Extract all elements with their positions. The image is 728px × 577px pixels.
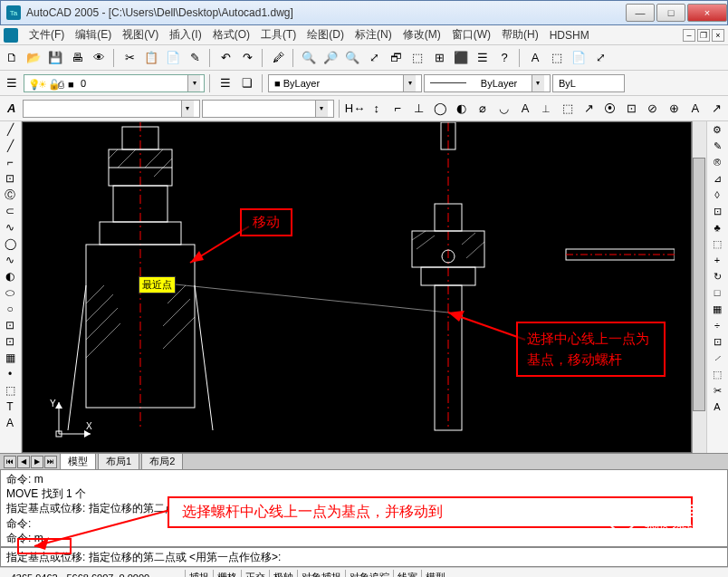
- scale-button[interactable]: ⬚: [707, 236, 727, 252]
- cut-button[interactable]: ✂: [120, 48, 139, 68]
- gradient-button[interactable]: •: [0, 366, 20, 382]
- zoom-window-button[interactable]: 🔎: [321, 48, 340, 68]
- dim-tedit-button[interactable]: ⊡: [622, 99, 641, 119]
- maximize-button[interactable]: □: [656, 4, 685, 22]
- layer-manager-button[interactable]: ☰: [2, 73, 22, 93]
- chevron-down-icon[interactable]: ▾: [532, 75, 544, 91]
- line-button[interactable]: ╱: [0, 121, 20, 138]
- offset-button[interactable]: ⊿: [707, 170, 727, 187]
- dim-quick-button[interactable]: ⌀: [473, 99, 492, 119]
- dim-style-button[interactable]: A: [685, 99, 704, 119]
- preview-button[interactable]: 👁: [89, 48, 109, 68]
- save-button[interactable]: 💾: [45, 48, 65, 68]
- zoom-realtime-button[interactable]: 🔍: [299, 48, 319, 68]
- status-polar[interactable]: 极轴: [269, 570, 297, 578]
- hatch-button[interactable]: ▦: [0, 350, 20, 366]
- viewport-button[interactable]: 🗗: [386, 48, 406, 68]
- move-button[interactable]: ⊡: [707, 203, 727, 219]
- tab-last-button[interactable]: ⏭: [44, 456, 57, 468]
- pan-button[interactable]: ⤢: [364, 48, 384, 68]
- dim-leader2-button[interactable]: ↗: [706, 99, 725, 119]
- dim-leader-button[interactable]: ⟂: [537, 99, 556, 119]
- erase-button[interactable]: ⚙: [707, 121, 727, 138]
- menu-dimension[interactable]: 标注(N): [350, 25, 398, 44]
- status-ortho[interactable]: 正交: [241, 570, 269, 578]
- textstyle-button[interactable]: A: [525, 48, 545, 68]
- status-otrack[interactable]: 对象追踪: [345, 570, 393, 578]
- chamfer-button[interactable]: ⊡: [707, 333, 727, 350]
- join-button[interactable]: ÷: [707, 317, 727, 333]
- chevron-down-icon[interactable]: ▾: [181, 101, 194, 117]
- revcloud-button[interactable]: ◯: [0, 236, 20, 252]
- region-button[interactable]: ⬚: [0, 382, 20, 399]
- menu-view[interactable]: 视图(V): [117, 25, 164, 44]
- dim-tolerance-button[interactable]: ⬚: [558, 99, 577, 119]
- open-button[interactable]: 📂: [24, 48, 43, 68]
- scrollbar-vertical[interactable]: [692, 121, 706, 453]
- menu-insert[interactable]: 插入(I): [164, 25, 206, 44]
- menu-edit[interactable]: 编辑(E): [70, 25, 117, 44]
- tab-layout1[interactable]: 布局1: [98, 453, 139, 470]
- extra2-button[interactable]: A: [707, 399, 727, 415]
- menu-help[interactable]: 帮助(H): [496, 25, 544, 44]
- ellipse-button[interactable]: ◐: [0, 268, 20, 284]
- dim-button[interactable]: ⬚: [547, 48, 567, 68]
- copy-button[interactable]: 📋: [141, 48, 161, 68]
- array-button[interactable]: ◊: [707, 187, 727, 203]
- help-button[interactable]: ?: [494, 48, 514, 68]
- copy2-button[interactable]: ✎: [707, 138, 727, 154]
- undo-button[interactable]: ↶: [216, 48, 235, 68]
- explode-button[interactable]: ⬚: [707, 366, 727, 382]
- dim-diameter-button[interactable]: ◯: [430, 99, 449, 119]
- menu-hdshm[interactable]: HDSHM: [544, 27, 595, 43]
- point-button[interactable]: ⊡: [0, 333, 20, 350]
- trim-button[interactable]: ↻: [707, 268, 727, 284]
- ucs-button[interactable]: ⬚: [407, 48, 427, 68]
- table-button[interactable]: T: [0, 399, 20, 415]
- lineweight-combo[interactable]: ByL: [552, 74, 625, 92]
- chevron-down-icon[interactable]: ▾: [403, 75, 416, 91]
- scrollbar-thumb[interactable]: [693, 158, 705, 411]
- dim-edit-button[interactable]: ⦿: [600, 99, 619, 119]
- xline-button[interactable]: ╱: [0, 138, 20, 154]
- status-osnap[interactable]: 对象捕捉: [297, 570, 345, 578]
- extra1-button[interactable]: ✂: [707, 382, 727, 399]
- spline-button[interactable]: ∿: [0, 252, 20, 268]
- dim-linear-button[interactable]: H↔: [345, 99, 365, 119]
- tab-first-button[interactable]: ⏮: [4, 456, 16, 468]
- paste-button[interactable]: 📄: [163, 48, 183, 68]
- redo-button[interactable]: ↷: [237, 48, 257, 68]
- arc-button[interactable]: ⊂: [0, 203, 20, 219]
- tab-model[interactable]: 模型: [60, 453, 96, 470]
- mdi-close-button[interactable]: ×: [712, 29, 724, 42]
- pencil-button[interactable]: 🖉: [268, 48, 288, 68]
- linetype-combo[interactable]: ByLayer ▾: [424, 74, 551, 92]
- chevron-down-icon[interactable]: ▾: [187, 75, 200, 91]
- break-button[interactable]: ▦: [707, 301, 727, 317]
- dim-update-button[interactable]: ⊘: [643, 99, 662, 119]
- status-model[interactable]: 模型: [421, 570, 449, 578]
- match-button[interactable]: ✎: [185, 48, 205, 68]
- dim-override-button[interactable]: ⊕: [665, 99, 684, 119]
- status-lwt[interactable]: 线宽: [393, 570, 421, 578]
- makeblock-button[interactable]: ⊡: [0, 317, 20, 333]
- fillet-button[interactable]: ⟋: [707, 350, 727, 366]
- mtext-button[interactable]: A: [0, 415, 20, 431]
- dimstyle-combo[interactable]: ▾: [202, 100, 334, 118]
- dim-center-button[interactable]: ↗: [580, 99, 599, 119]
- dim-radius-button[interactable]: ⊥: [409, 99, 428, 119]
- menu-tools[interactable]: 工具(T): [255, 25, 302, 44]
- properties-button[interactable]: ⊞: [429, 48, 449, 68]
- dim-aligned-button[interactable]: ↕: [367, 99, 386, 119]
- rotate-button[interactable]: ♣: [707, 219, 727, 236]
- dim-angular-button[interactable]: ◐: [452, 99, 471, 119]
- polyline-button[interactable]: ⌐: [0, 154, 20, 170]
- chevron-down-icon[interactable]: ▾: [315, 101, 328, 117]
- dim-continue-button[interactable]: A: [515, 99, 534, 119]
- sheet-button[interactable]: ☰: [473, 48, 493, 68]
- menu-window[interactable]: 窗口(W): [446, 25, 496, 44]
- extra-button[interactable]: ⤢: [590, 48, 610, 68]
- insertblock-button[interactable]: ○: [0, 301, 20, 317]
- menu-file[interactable]: 文件(F): [24, 25, 70, 44]
- menu-modify[interactable]: 修改(M): [398, 25, 446, 44]
